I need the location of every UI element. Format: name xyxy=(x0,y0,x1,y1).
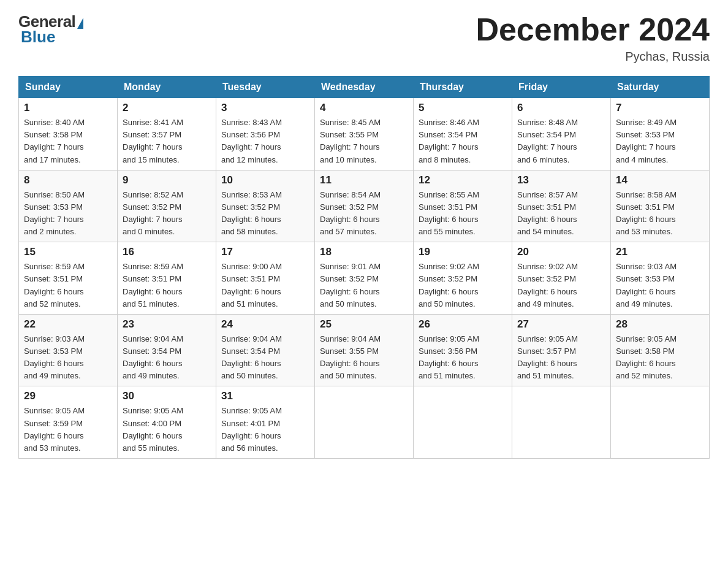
day-info: Sunrise: 8:48 AM Sunset: 3:54 PM Dayligh… xyxy=(517,117,605,166)
day-number: 2 xyxy=(123,102,211,114)
calendar-cell: 20Sunrise: 9:02 AM Sunset: 3:52 PM Dayli… xyxy=(512,242,611,315)
day-info: Sunrise: 9:04 AM Sunset: 3:54 PM Dayligh… xyxy=(123,333,211,383)
day-number: 10 xyxy=(221,174,309,186)
calendar-cell: 2Sunrise: 8:41 AM Sunset: 3:57 PM Daylig… xyxy=(118,98,216,170)
logo: General Blue xyxy=(18,12,83,47)
day-info: Sunrise: 9:04 AM Sunset: 3:55 PM Dayligh… xyxy=(320,333,408,383)
day-info: Sunrise: 9:05 AM Sunset: 3:56 PM Dayligh… xyxy=(419,333,507,383)
calendar-cell: 30Sunrise: 9:05 AM Sunset: 4:00 PM Dayli… xyxy=(118,386,216,459)
calendar-week-row: 22Sunrise: 9:03 AM Sunset: 3:53 PM Dayli… xyxy=(19,314,710,386)
day-info: Sunrise: 8:54 AM Sunset: 3:52 PM Dayligh… xyxy=(320,189,408,239)
calendar-cell xyxy=(414,386,512,459)
day-number: 21 xyxy=(616,246,704,258)
calendar-cell: 1Sunrise: 8:40 AM Sunset: 3:58 PM Daylig… xyxy=(19,98,118,170)
col-header-sunday: Sunday xyxy=(19,77,118,98)
day-info: Sunrise: 9:00 AM Sunset: 3:51 PM Dayligh… xyxy=(221,261,309,310)
day-number: 1 xyxy=(24,102,112,114)
month-title: December 2024 xyxy=(476,12,710,47)
col-header-tuesday: Tuesday xyxy=(216,77,315,98)
logo-blue-text: Blue xyxy=(21,28,55,47)
calendar-cell: 5Sunrise: 8:46 AM Sunset: 3:54 PM Daylig… xyxy=(414,98,512,170)
day-info: Sunrise: 8:45 AM Sunset: 3:55 PM Dayligh… xyxy=(320,117,408,166)
day-info: Sunrise: 9:05 AM Sunset: 3:57 PM Dayligh… xyxy=(517,333,605,383)
day-info: Sunrise: 8:59 AM Sunset: 3:51 PM Dayligh… xyxy=(123,261,211,310)
day-info: Sunrise: 8:43 AM Sunset: 3:56 PM Dayligh… xyxy=(221,117,309,166)
day-info: Sunrise: 9:02 AM Sunset: 3:52 PM Dayligh… xyxy=(419,261,507,310)
col-header-wednesday: Wednesday xyxy=(315,77,414,98)
calendar-cell xyxy=(512,386,611,459)
day-info: Sunrise: 8:41 AM Sunset: 3:57 PM Dayligh… xyxy=(123,117,211,166)
col-header-monday: Monday xyxy=(118,77,216,98)
day-number: 16 xyxy=(123,246,211,258)
calendar-cell: 23Sunrise: 9:04 AM Sunset: 3:54 PM Dayli… xyxy=(118,314,216,386)
calendar-cell: 28Sunrise: 9:05 AM Sunset: 3:58 PM Dayli… xyxy=(611,314,710,386)
day-number: 8 xyxy=(24,174,112,186)
day-number: 23 xyxy=(123,318,211,331)
calendar-cell: 10Sunrise: 8:53 AM Sunset: 3:52 PM Dayli… xyxy=(216,170,315,242)
day-number: 13 xyxy=(517,174,605,186)
day-number: 9 xyxy=(123,174,211,186)
day-number: 25 xyxy=(320,318,408,331)
day-info: Sunrise: 8:55 AM Sunset: 3:51 PM Dayligh… xyxy=(419,189,507,239)
day-info: Sunrise: 9:01 AM Sunset: 3:52 PM Dayligh… xyxy=(320,261,408,310)
calendar-cell: 24Sunrise: 9:04 AM Sunset: 3:54 PM Dayli… xyxy=(216,314,315,386)
col-header-friday: Friday xyxy=(512,77,611,98)
day-number: 29 xyxy=(24,390,112,402)
calendar-cell: 22Sunrise: 9:03 AM Sunset: 3:53 PM Dayli… xyxy=(19,314,118,386)
calendar-cell: 13Sunrise: 8:57 AM Sunset: 3:51 PM Dayli… xyxy=(512,170,611,242)
calendar-table: SundayMondayTuesdayWednesdayThursdayFrid… xyxy=(18,76,710,459)
day-number: 12 xyxy=(419,174,507,186)
day-info: Sunrise: 8:57 AM Sunset: 3:51 PM Dayligh… xyxy=(517,189,605,239)
day-info: Sunrise: 9:03 AM Sunset: 3:53 PM Dayligh… xyxy=(616,261,704,310)
calendar-cell: 7Sunrise: 8:49 AM Sunset: 3:53 PM Daylig… xyxy=(611,98,710,170)
day-number: 4 xyxy=(320,102,408,114)
location-text: Pychas, Russia xyxy=(476,50,710,64)
day-number: 15 xyxy=(24,246,112,258)
day-number: 7 xyxy=(616,102,704,114)
calendar-cell xyxy=(611,386,710,459)
day-info: Sunrise: 9:04 AM Sunset: 3:54 PM Dayligh… xyxy=(221,333,309,383)
col-header-thursday: Thursday xyxy=(414,77,512,98)
calendar-header-row: SundayMondayTuesdayWednesdayThursdayFrid… xyxy=(19,77,710,98)
day-number: 28 xyxy=(616,318,704,331)
calendar-cell: 15Sunrise: 8:59 AM Sunset: 3:51 PM Dayli… xyxy=(19,242,118,315)
calendar-cell: 9Sunrise: 8:52 AM Sunset: 3:52 PM Daylig… xyxy=(118,170,216,242)
calendar-cell: 27Sunrise: 9:05 AM Sunset: 3:57 PM Dayli… xyxy=(512,314,611,386)
day-number: 24 xyxy=(221,318,309,331)
calendar-cell: 8Sunrise: 8:50 AM Sunset: 3:53 PM Daylig… xyxy=(19,170,118,242)
day-info: Sunrise: 8:58 AM Sunset: 3:51 PM Dayligh… xyxy=(616,189,704,239)
calendar-week-row: 15Sunrise: 8:59 AM Sunset: 3:51 PM Dayli… xyxy=(19,242,710,315)
day-info: Sunrise: 9:05 AM Sunset: 4:01 PM Dayligh… xyxy=(221,405,309,454)
day-number: 26 xyxy=(419,318,507,331)
logo-triangle-icon xyxy=(77,18,83,29)
day-info: Sunrise: 8:49 AM Sunset: 3:53 PM Dayligh… xyxy=(616,117,704,166)
day-info: Sunrise: 9:05 AM Sunset: 4:00 PM Dayligh… xyxy=(123,405,211,454)
calendar-cell: 6Sunrise: 8:48 AM Sunset: 3:54 PM Daylig… xyxy=(512,98,611,170)
day-number: 18 xyxy=(320,246,408,258)
day-number: 20 xyxy=(517,246,605,258)
day-info: Sunrise: 9:03 AM Sunset: 3:53 PM Dayligh… xyxy=(24,333,112,383)
day-number: 11 xyxy=(320,174,408,186)
calendar-cell: 29Sunrise: 9:05 AM Sunset: 3:59 PM Dayli… xyxy=(19,386,118,459)
day-info: Sunrise: 9:05 AM Sunset: 3:59 PM Dayligh… xyxy=(24,405,112,454)
day-number: 31 xyxy=(221,390,309,402)
day-number: 22 xyxy=(24,318,112,331)
day-info: Sunrise: 8:52 AM Sunset: 3:52 PM Dayligh… xyxy=(123,189,211,239)
day-number: 17 xyxy=(221,246,309,258)
day-info: Sunrise: 9:05 AM Sunset: 3:58 PM Dayligh… xyxy=(616,333,704,383)
calendar-cell: 4Sunrise: 8:45 AM Sunset: 3:55 PM Daylig… xyxy=(315,98,414,170)
calendar-cell: 3Sunrise: 8:43 AM Sunset: 3:56 PM Daylig… xyxy=(216,98,315,170)
page-header: General Blue December 2024 Pychas, Russi… xyxy=(18,12,710,64)
calendar-week-row: 29Sunrise: 9:05 AM Sunset: 3:59 PM Dayli… xyxy=(19,386,710,459)
calendar-cell: 18Sunrise: 9:01 AM Sunset: 3:52 PM Dayli… xyxy=(315,242,414,315)
day-info: Sunrise: 8:59 AM Sunset: 3:51 PM Dayligh… xyxy=(24,261,112,310)
title-area: December 2024 Pychas, Russia xyxy=(476,12,710,64)
day-info: Sunrise: 8:40 AM Sunset: 3:58 PM Dayligh… xyxy=(24,117,112,166)
calendar-week-row: 1Sunrise: 8:40 AM Sunset: 3:58 PM Daylig… xyxy=(19,98,710,170)
day-number: 27 xyxy=(517,318,605,331)
calendar-cell: 25Sunrise: 9:04 AM Sunset: 3:55 PM Dayli… xyxy=(315,314,414,386)
col-header-saturday: Saturday xyxy=(611,77,710,98)
calendar-cell: 26Sunrise: 9:05 AM Sunset: 3:56 PM Dayli… xyxy=(414,314,512,386)
calendar-cell: 17Sunrise: 9:00 AM Sunset: 3:51 PM Dayli… xyxy=(216,242,315,315)
calendar-cell: 11Sunrise: 8:54 AM Sunset: 3:52 PM Dayli… xyxy=(315,170,414,242)
